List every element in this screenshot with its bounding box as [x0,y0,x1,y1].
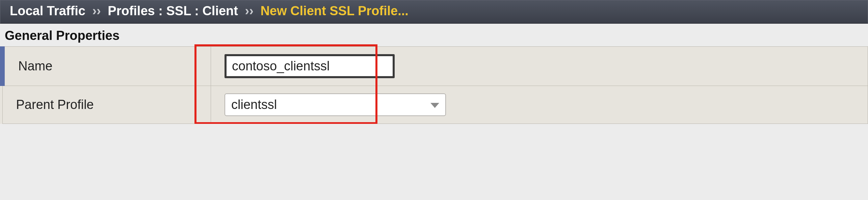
breadcrumb-profiles[interactable]: Profiles : SSL : Client [108,4,238,18]
breadcrumb-separator-icon: ›› [89,4,104,18]
section-title-general-properties: General Properties [0,24,868,46]
parent-profile-select[interactable]: clientssl [225,93,446,116]
label-name: Name [2,47,211,86]
chevron-down-icon [430,103,439,108]
row-parent-profile: Parent Profile clientssl [2,86,868,124]
name-input[interactable] [225,54,395,78]
breadcrumb: Local Traffic ›› Profiles : SSL : Client… [0,0,868,24]
breadcrumb-current: New Client SSL Profile... [260,4,409,18]
label-parent-profile: Parent Profile [2,86,211,124]
breadcrumb-root[interactable]: Local Traffic [10,4,85,18]
row-name: Name [2,47,868,86]
parent-profile-selected-value: clientssl [231,97,277,112]
general-properties-form: Name Parent Profile clientssl [0,46,868,124]
breadcrumb-separator-icon: ›› [242,4,257,18]
